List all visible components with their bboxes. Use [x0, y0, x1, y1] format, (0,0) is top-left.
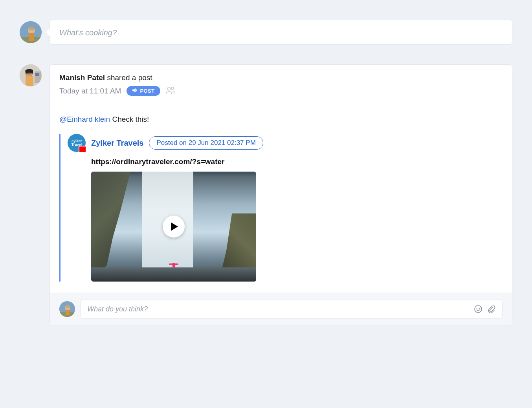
svg-rect-15 — [66, 310, 70, 315]
play-button[interactable] — [163, 216, 185, 238]
megaphone-icon — [132, 88, 138, 94]
svg-rect-6 — [35, 73, 39, 76]
post-meta: Today at 11:01 AM POST — [59, 86, 503, 96]
posted-date-pill: Posted on 29 Jun 2021 02:37 PM — [149, 136, 263, 150]
comment-section: What do you think? — [50, 293, 512, 326]
post-author-avatar[interactable] — [20, 64, 42, 86]
svg-point-11 — [171, 87, 174, 90]
comment-input[interactable]: What do you think? — [81, 300, 503, 318]
post-message: @Einhard klein Check this! — [59, 115, 503, 124]
brand-name[interactable]: Zylker Travels — [91, 139, 143, 148]
current-user-avatar[interactable] — [20, 21, 42, 43]
video-thumbnail[interactable] — [91, 172, 256, 282]
shared-link-url[interactable]: https://ordinarytraveler.com/?s=water — [91, 157, 503, 166]
mention-link[interactable]: @Einhard klein — [59, 115, 110, 123]
shared-post-header: Zylker Travel Zylker Travels Posted on 2… — [61, 134, 503, 152]
audience-icon[interactable] — [166, 86, 175, 96]
post-author-name[interactable]: Manish Patel — [59, 73, 105, 82]
shared-post-block: Zylker Travel Zylker Travels Posted on 2… — [59, 134, 503, 282]
compose-row: What's cooking? — [20, 20, 512, 45]
svg-point-10 — [167, 87, 171, 90]
play-icon — [171, 222, 178, 231]
compose-input[interactable]: What's cooking? — [50, 20, 512, 45]
brand-avatar[interactable]: Zylker Travel — [68, 134, 86, 152]
svg-point-17 — [477, 308, 477, 309]
svg-rect-3 — [29, 33, 34, 41]
post-timestamp: Today at 11:01 AM — [59, 87, 121, 95]
post-header: Manish Patel shared a post Today at 11:0… — [50, 65, 512, 103]
compose-placeholder: What's cooking? — [59, 28, 117, 37]
svg-rect-8 — [26, 76, 33, 86]
feed-container: What's cooking? Manish Patel shared a po… — [20, 20, 512, 326]
svg-point-16 — [475, 306, 482, 313]
post-row: Manish Patel shared a post Today at 11:0… — [20, 64, 512, 326]
shared-post-content: https://ordinarytraveler.com/?s=water — [61, 157, 503, 282]
post-title: Manish Patel shared a post — [59, 73, 503, 82]
post-body: @Einhard klein Check this! Zylker Travel… — [50, 103, 512, 293]
post-badge-label: POST — [140, 88, 154, 94]
emoji-icon[interactable] — [474, 305, 482, 313]
svg-rect-9 — [27, 72, 31, 74]
post-action-text: shared a post — [107, 73, 152, 82]
post-body-text: Check this! — [112, 115, 149, 123]
commenter-avatar[interactable] — [59, 301, 75, 317]
attachment-icon[interactable] — [487, 305, 496, 313]
comment-placeholder: What do you think? — [87, 305, 474, 313]
post-type-badge[interactable]: POST — [127, 86, 160, 96]
svg-point-18 — [479, 308, 480, 309]
post-card: Manish Patel shared a post Today at 11:0… — [50, 64, 512, 326]
